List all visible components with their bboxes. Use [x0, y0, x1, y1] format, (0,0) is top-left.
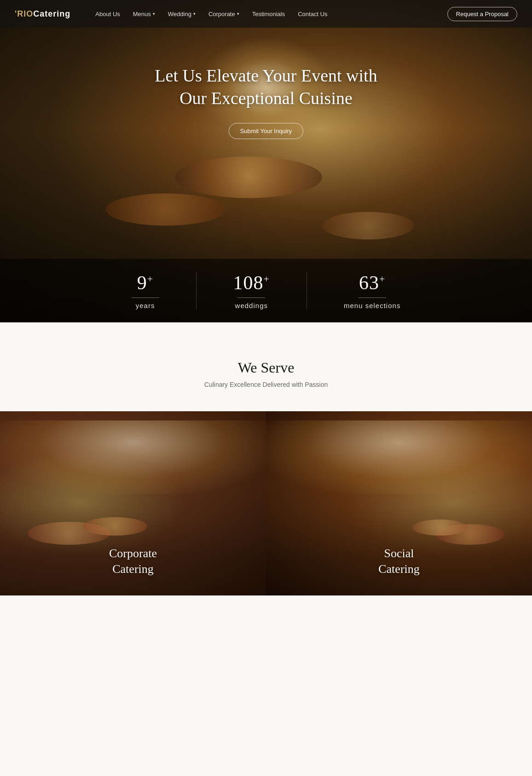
nav-item-contact[interactable]: Contact Us — [291, 11, 334, 18]
service-cards: Corporate Catering Social Catering — [0, 411, 532, 595]
stat-weddings: 108+ weddings — [197, 272, 307, 309]
card-corporate-label: Corporate Catering — [0, 546, 266, 577]
card-corporate[interactable]: Corporate Catering — [0, 411, 266, 595]
card-flowers-decor-2 — [266, 420, 532, 494]
food-plate-4 — [412, 519, 468, 536]
stat-divider — [237, 298, 265, 298]
submit-inquiry-button[interactable]: Submit Your Inquiry — [229, 123, 304, 139]
hero-title: Let Us Elevate Your Event with Our Excep… — [155, 64, 377, 110]
we-serve-subtitle: Culinary Excellence Delivered with Passi… — [0, 381, 532, 388]
chevron-down-icon: ▾ — [153, 12, 155, 16]
food-plate-2 — [83, 517, 147, 536]
stat-menus: 63+ menu selections — [307, 272, 437, 309]
logo-text: 'RIOCatering — [15, 9, 70, 19]
card-social[interactable]: Social Catering — [266, 411, 532, 595]
chevron-down-icon: ▾ — [237, 12, 239, 16]
nav-item-testimonials[interactable]: Testimonials — [246, 11, 292, 18]
stat-divider — [359, 298, 386, 298]
stats-bar: 9+ years 108+ weddings 63+ menu selectio… — [0, 259, 532, 322]
request-proposal-button[interactable]: Request a Proposal — [447, 7, 517, 21]
we-serve-section: We Serve Culinary Excellence Delivered w… — [0, 322, 532, 411]
hero-section: Let Us Elevate Your Event with Our Excep… — [0, 0, 532, 322]
stat-divider — [132, 298, 159, 298]
navbar: 'RIOCatering About Us Menus ▾ Wedding ▾ … — [0, 0, 532, 28]
nav-links: About Us Menus ▾ Wedding ▾ Corporate ▾ T… — [89, 11, 447, 18]
nav-item-menus[interactable]: Menus ▾ — [127, 11, 162, 18]
nav-item-corporate[interactable]: Corporate ▾ — [202, 11, 246, 18]
logo[interactable]: 'RIOCatering — [15, 9, 70, 19]
nav-item-about[interactable]: About Us — [89, 11, 126, 18]
card-flowers-decor — [0, 420, 266, 494]
card-social-label: Social Catering — [266, 546, 532, 577]
chevron-down-icon: ▾ — [193, 12, 196, 16]
nav-item-wedding[interactable]: Wedding ▾ — [162, 11, 202, 18]
stat-years: 9+ years — [95, 272, 197, 309]
we-serve-title: We Serve — [0, 359, 532, 376]
